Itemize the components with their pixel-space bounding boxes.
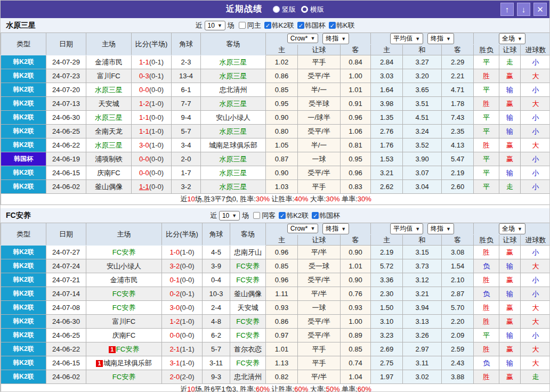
league-checkbox-label: 韩国杯 xyxy=(319,211,340,220)
avg-home-cell: 3.36 xyxy=(371,273,403,287)
sub-column-header: 让球 xyxy=(298,235,341,246)
league-checkbox[interactable]: ✓ xyxy=(264,22,271,29)
away-odds-cell: 0.95 xyxy=(341,152,371,166)
halftime-score: (0-0) xyxy=(180,304,194,312)
summary-text: 近 xyxy=(180,385,187,392)
result-cell: 平 xyxy=(474,329,499,342)
vertical-radio[interactable] xyxy=(273,6,280,13)
avg-home-cell: 1.50 xyxy=(371,301,403,315)
date-cell: 24-06-15 xyxy=(46,166,86,180)
corners-cell: 6-2 xyxy=(203,329,230,342)
home-team-name: 浦项制铁 xyxy=(95,155,123,163)
away-team-name: 水原三星 xyxy=(220,169,247,177)
fulltime-score: 3-2 xyxy=(169,262,180,270)
same-venue-label: 同客 xyxy=(262,211,276,220)
goals-result-cell: 小 xyxy=(521,246,550,259)
away-odds-cell: 1.00 xyxy=(341,315,371,329)
away-odds-cell: 0.91 xyxy=(341,97,371,111)
average-time-select[interactable]: 终指▼ xyxy=(427,33,454,44)
away-team-name: FC安养 xyxy=(236,317,259,325)
match-row: 韩国杯24-06-19浦项制铁0-0(0-0)2-0水原三星0.87一球0.95… xyxy=(1,152,550,166)
move-down-button[interactable]: ↓ xyxy=(517,3,530,16)
avg-home-cell: 3.98 xyxy=(371,97,403,111)
chevron-down-icon: ▼ xyxy=(517,226,522,232)
home-team-name: 金浦市民 xyxy=(95,58,123,66)
red-card-badge: 1 xyxy=(96,360,103,367)
halftime-score: (0-0) xyxy=(149,86,164,94)
near-label: 近 xyxy=(210,211,217,220)
score-cell: 0-3(0-1) xyxy=(132,69,172,83)
league-checkbox[interactable]: ✓ xyxy=(329,22,336,29)
bookmaker-select[interactable]: Crow*▼ xyxy=(287,34,319,43)
horizontal-radio[interactable] xyxy=(301,6,308,13)
league-checkbox[interactable]: ✓ xyxy=(297,22,304,29)
same-venue-label: 同主 xyxy=(247,21,261,30)
handicap-result-cell: 赢 xyxy=(499,152,521,166)
fulltime-score: 1-1 xyxy=(139,127,149,135)
vertical-radio-label[interactable]: 竖版 xyxy=(282,5,296,14)
handicap-result-cell: 走 xyxy=(499,180,521,194)
league-checkbox[interactable]: ✓ xyxy=(312,212,319,219)
sub-column-header: 胜负 xyxy=(474,235,499,246)
column-header: 客场 xyxy=(230,223,266,246)
sub-column-header: 主 xyxy=(371,45,403,55)
result-cell: 负 xyxy=(474,356,499,370)
corners-cell: 3-9 xyxy=(203,259,230,273)
home-odds-cell: 0.87 xyxy=(266,152,298,166)
away-team-cell: 水原三星 xyxy=(201,69,266,83)
summary-text: 60% xyxy=(358,385,371,392)
match-row: 韩K2联24-06-25全南天龙1-1(1-0)5-7水原三星0.80受平/半1… xyxy=(1,125,550,138)
same-venue-checkbox[interactable] xyxy=(239,22,246,29)
result-cell: 平 xyxy=(474,55,499,69)
competition-cell: 韩K2联 xyxy=(1,246,46,259)
handicap-cell: 受平/半 xyxy=(298,125,341,138)
corners-cell: 4-5 xyxy=(203,246,230,259)
match-count-select[interactable]: 10▼ xyxy=(205,21,225,30)
away-team-name: 忠南牙山 xyxy=(234,248,262,256)
same-venue-checkbox[interactable] xyxy=(253,212,260,219)
home-odds-cell: 0.85 xyxy=(266,259,298,273)
average-select-group: 平均值▼终指▼ xyxy=(371,33,474,45)
home-odds-cell: 1.01 xyxy=(266,342,298,356)
away-team-cell: FC安养 xyxy=(230,329,266,342)
sub-column-header: 让球 xyxy=(499,235,521,246)
goals-result-cell: 小 xyxy=(521,166,550,180)
halftime-score: (1-1) xyxy=(180,345,194,353)
odds-time-select[interactable]: 终指▼ xyxy=(322,223,349,234)
home-team-name: 水原三星 xyxy=(95,141,123,149)
move-up-button[interactable]: ↑ xyxy=(500,3,514,16)
average-select[interactable]: 平均值▼ xyxy=(390,223,423,234)
away-team-cell: 城南足球俱乐部 xyxy=(201,138,266,152)
handicap-cell: 受平/半 xyxy=(298,315,341,329)
away-team-cell: 水原三星 xyxy=(201,166,266,180)
halftime-score: (1-0) xyxy=(149,100,164,108)
corners-cell: 4-8 xyxy=(203,315,230,329)
summary-text: 大率: xyxy=(308,385,326,392)
fulltime-score: 0-0 xyxy=(139,169,149,177)
column-header: 日期 xyxy=(46,33,86,55)
horizontal-radio-label[interactable]: 横版 xyxy=(310,5,324,14)
goals-result-cell: 走 xyxy=(521,370,550,384)
halftime-score: (1-0) xyxy=(180,317,194,325)
away-team-cell: 忠北清州 xyxy=(201,83,266,97)
fulltime-score: 0-2 xyxy=(169,290,180,298)
average-time-select[interactable]: 终指▼ xyxy=(427,223,454,234)
handicap-result-cell: 走 xyxy=(499,55,521,69)
close-button[interactable]: ✕ xyxy=(533,3,547,16)
match-row: 韩K2联24-06-02釜山偶像1-1(0-0)3-2水原三星1.03平手0.8… xyxy=(1,180,550,194)
average-select[interactable]: 平均值▼ xyxy=(390,33,423,44)
summary-text: 30% xyxy=(256,195,270,203)
scope-select[interactable]: 全场▼ xyxy=(499,223,525,234)
league-checkbox[interactable]: ✓ xyxy=(279,212,286,219)
fulltime-score: 1-1 xyxy=(139,113,149,121)
bookmaker-select[interactable]: Crow*▼ xyxy=(287,224,319,233)
avg-draw-cell: 3.27 xyxy=(403,55,442,69)
match-count-select[interactable]: 10▼ xyxy=(219,211,240,220)
odds-time-select[interactable]: 终指▼ xyxy=(322,33,349,44)
fulltime-score[interactable]: 1-1 xyxy=(139,183,149,191)
handicap-result-cell: 赢 xyxy=(499,97,521,111)
handicap-result-cell: 输 xyxy=(499,125,521,138)
date-cell: 24-07-24 xyxy=(46,259,86,273)
scope-select[interactable]: 全场▼ xyxy=(499,33,525,44)
home-team-name: 城南足球俱乐部 xyxy=(103,359,152,367)
